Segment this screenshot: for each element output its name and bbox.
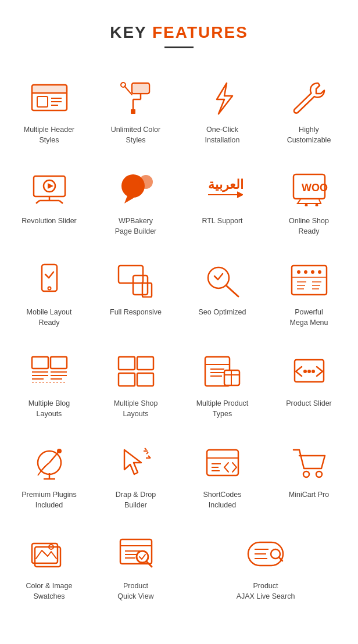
powerful-mega-menu-label: PowerfulMega Menu [289,307,328,328]
drag-drop-builder-icon [113,442,159,483]
feature-rtl-support: العربية RTL Support [179,157,266,248]
svg-rect-32 [133,276,148,295]
feature-multiple-product-types: Multiple ProductTypes [179,339,266,431]
minicart-pro-icon [286,442,332,483]
svg-point-75 [57,449,62,453]
svg-point-70 [303,370,307,373]
shortcodes-included-label: ShortCodesIncluded [203,490,241,510]
svg-point-30 [48,287,51,290]
svg-rect-36 [292,266,327,295]
feature-premium-plugins-included: Premium PluginsIncluded [6,431,92,522]
svg-point-72 [312,370,315,373]
color-image-swatches-label: Color & ImageSwatches [26,581,73,602]
feature-powerful-mega-menu: PowerfulMega Menu [266,248,352,339]
wpbakery-page-builder-icon [113,169,159,209]
multiple-product-types-label: Multiple ProductTypes [196,399,249,419]
svg-rect-58 [137,357,153,370]
feature-mobile-layout-ready: Mobile LayoutReady [6,248,92,339]
header-features: FEATURES [152,23,248,41]
svg-point-71 [307,370,311,373]
svg-line-19 [36,201,40,203]
svg-line-80 [145,448,146,450]
unlimited-color-styles-icon [113,77,159,118]
feature-wpbakery-page-builder: WPBakeryPage Builder [92,157,179,248]
mobile-layout-ready-label: Mobile LayoutReady [27,307,72,328]
seo-optimized-label: Seo Optimized [199,307,246,318]
svg-point-38 [304,270,307,274]
svg-point-39 [311,270,314,274]
svg-rect-52 [51,357,67,368]
svg-point-89 [303,471,309,477]
online-shop-ready-icon: WOO [286,169,332,209]
seo-optimized-icon [199,260,246,300]
svg-point-22 [139,175,153,189]
svg-rect-84 [207,450,238,475]
feature-minicart-pro: MiniCart Pro [266,431,352,522]
feature-product-slider: Product Slider [266,339,352,431]
feature-product-quick-view: ProductQuick View [92,522,179,613]
feature-highly-customizable: HighlyCustomizable [266,66,352,157]
premium-plugins-included-label: Premium PluginsIncluded [22,490,76,510]
svg-rect-3 [37,96,48,107]
highly-customizable-label: HighlyCustomizable [287,125,331,145]
svg-point-27 [305,204,307,207]
powerful-mega-menu-icon [286,260,332,300]
svg-rect-12 [131,109,135,114]
feature-multiple-blog-layouts: Multiple BlogLayouts [6,339,92,431]
multiple-shop-layouts-label: Multiple ShopLayouts [114,399,158,419]
svg-line-35 [227,286,238,296]
feature-multiple-shop-layouts: Multiple ShopLayouts [92,339,179,431]
header-underline [164,46,194,48]
unlimited-color-styles-label: Unlimited ColorStyles [111,125,160,145]
full-responsive-label: Full Responsive [110,307,162,318]
multiple-shop-layouts-icon [113,351,159,392]
full-responsive-icon [113,260,159,300]
svg-line-20 [59,201,63,203]
feature-color-image-swatches: Color & ImageSwatches [6,522,92,613]
multiple-product-types-icon [199,351,246,392]
feature-unlimited-color-styles: Unlimited ColorStyles [92,66,179,157]
product-ajax-live-search-label: ProductAJAX Live Search [237,581,295,602]
svg-rect-60 [137,373,153,386]
product-ajax-live-search-icon [242,534,289,574]
svg-rect-48 [32,357,48,368]
svg-point-28 [315,204,318,207]
product-slider-label: Product Slider [286,399,332,409]
features-grid: Multiple HeaderStyles Unlimited ColorSty… [0,60,358,631]
online-shop-ready-label: Online ShopReady [289,216,329,237]
svg-rect-59 [119,373,135,386]
color-image-swatches-icon [26,534,73,574]
feature-revolution-slider: Revolution Slider [6,157,92,248]
multiple-header-styles-label: Multiple HeaderStyles [24,125,75,145]
mobile-layout-ready-icon [26,260,73,300]
svg-marker-16 [48,183,53,189]
product-quick-view-icon [113,534,159,574]
svg-marker-78 [124,450,141,474]
product-quick-view-label: ProductQuick View [117,581,153,602]
multiple-blog-layouts-icon [26,351,73,392]
svg-rect-8 [133,84,148,92]
feature-seo-optimized: Seo Optimized [179,248,266,339]
feature-one-click-installation: One-ClickInstallation [179,66,266,157]
highly-customizable-icon [286,77,332,118]
feature-multiple-header-styles: Multiple HeaderStyles [6,66,92,157]
feature-product-ajax-live-search: ProductAJAX Live Search [179,522,352,613]
svg-text:WOO: WOO [302,182,328,194]
page-header: KEY FEATURES [0,0,358,60]
wpbakery-page-builder-label: WPBakeryPage Builder [115,216,157,237]
svg-rect-31 [119,266,143,283]
svg-text:العربية: العربية [208,177,243,192]
feature-shortcodes-included: ShortCodesIncluded [179,431,266,522]
svg-rect-57 [119,357,135,370]
shortcodes-included-icon [199,442,246,483]
svg-line-81 [146,452,148,454]
one-click-installation-icon [199,77,246,118]
revolution-slider-icon [26,169,73,209]
product-slider-icon [286,351,332,392]
minicart-pro-label: MiniCart Pro [289,490,329,500]
drag-drop-builder-label: Drap & DropBuilder [116,490,156,510]
rtl-support-icon: العربية [199,169,246,209]
revolution-slider-label: Revolution Slider [22,216,77,227]
feature-online-shop-ready: WOO Online ShopReady [266,157,352,248]
premium-plugins-included-icon [26,442,73,483]
